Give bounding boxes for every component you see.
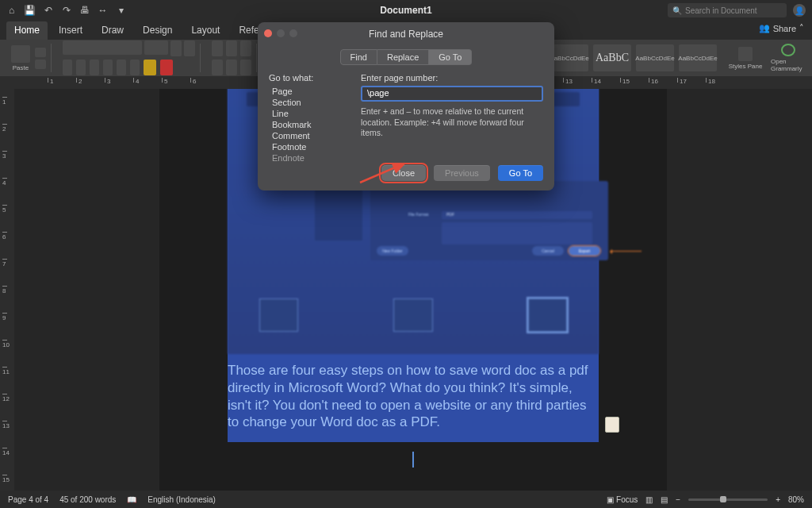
close-button[interactable]: Close bbox=[381, 165, 426, 181]
align-left-button[interactable] bbox=[212, 60, 223, 75]
share-icon: 👥 bbox=[759, 23, 770, 33]
home-icon[interactable]: ⌂ bbox=[6, 6, 17, 16]
paste-button[interactable] bbox=[11, 45, 30, 63]
print-icon[interactable]: 🖶 bbox=[79, 6, 90, 16]
font-family-select[interactable] bbox=[63, 40, 142, 55]
highlight-color-button[interactable] bbox=[144, 60, 156, 75]
save-icon[interactable]: 💾 bbox=[25, 6, 35, 16]
tab-insert[interactable]: Insert bbox=[51, 21, 90, 40]
spellcheck-icon[interactable]: 📖 bbox=[127, 495, 136, 504]
paragraph-group bbox=[207, 44, 257, 72]
goto-item-comment[interactable]: Comment bbox=[269, 130, 348, 141]
shrink-font-button[interactable] bbox=[184, 40, 195, 56]
previous-button: Previous bbox=[434, 165, 490, 181]
goto-item-page[interactable]: Page bbox=[269, 86, 348, 97]
style-heading2[interactable]: AaBbCcDdEe bbox=[636, 44, 674, 71]
status-bar: Page 4 of 4 45 of 200 words 📖 English (I… bbox=[0, 491, 812, 508]
goto-item-bookmark[interactable]: Bookmark bbox=[269, 119, 348, 130]
language-indicator[interactable]: English (Indonesia) bbox=[147, 495, 216, 504]
document-paragraph[interactable]: Those are four easy steps on how to save… bbox=[228, 354, 599, 442]
enter-page-label: Enter page number: bbox=[361, 73, 543, 83]
undo-icon[interactable]: ↶ bbox=[43, 6, 53, 16]
tab-layout[interactable]: Layout bbox=[183, 21, 228, 40]
redo-icon[interactable]: ↷ bbox=[61, 6, 71, 16]
close-window-icon[interactable] bbox=[264, 29, 272, 37]
goto-what-list: Go to what: Page Section Line Bookmark C… bbox=[269, 73, 348, 164]
dialog-footer: Close Previous Go To bbox=[381, 165, 543, 181]
touch-icon[interactable]: ↔ bbox=[98, 6, 108, 16]
web-layout-view-icon[interactable]: ▤ bbox=[661, 495, 668, 504]
document-title: Document1 bbox=[380, 5, 431, 16]
inner-cancel-button: Cancel bbox=[532, 246, 564, 256]
search-input[interactable]: 🔍 Search in Document bbox=[668, 3, 787, 17]
subscript-button[interactable] bbox=[117, 60, 126, 75]
multilevel-button[interactable] bbox=[240, 40, 251, 56]
numbering-button[interactable] bbox=[226, 40, 237, 56]
grammarly-button[interactable]: Open Grammarly bbox=[771, 44, 806, 72]
dialog-tab-replace[interactable]: Replace bbox=[377, 49, 429, 65]
style-title[interactable]: AaBbCcDdEe bbox=[679, 44, 717, 71]
print-layout-view-icon[interactable]: ▥ bbox=[645, 495, 653, 504]
maximize-window-icon[interactable] bbox=[289, 29, 297, 37]
align-right-button[interactable] bbox=[240, 60, 251, 75]
minimize-window-icon[interactable] bbox=[277, 29, 285, 37]
account-icon[interactable]: 👤 bbox=[793, 4, 806, 17]
window-controls bbox=[264, 29, 297, 37]
copy-button[interactable] bbox=[35, 60, 46, 69]
zoom-level[interactable]: 80% bbox=[788, 495, 804, 504]
style-nospacing[interactable]: AaBbCcDdEe bbox=[550, 44, 588, 71]
tab-home[interactable]: Home bbox=[6, 21, 48, 40]
paste-options-icon[interactable] bbox=[605, 417, 619, 433]
tab-design[interactable]: Design bbox=[135, 21, 180, 40]
word-count[interactable]: 45 of 200 words bbox=[59, 495, 116, 504]
goto-item-footnote[interactable]: Footnote bbox=[269, 141, 348, 152]
goto-button[interactable]: Go To bbox=[498, 165, 543, 181]
page-indicator[interactable]: Page 4 of 4 bbox=[8, 495, 48, 504]
zoom-out-icon[interactable]: − bbox=[676, 495, 680, 504]
zoom-in-icon[interactable]: + bbox=[776, 495, 780, 504]
goto-item-section[interactable]: Section bbox=[269, 97, 348, 108]
strikethrough-button[interactable] bbox=[103, 60, 113, 75]
font-color-button[interactable] bbox=[160, 60, 173, 75]
app-window: ⌂ 💾 ↶ ↷ 🖶 ↔ ▾ Document1 🔍 Search in Docu… bbox=[0, 0, 812, 508]
title-bar: ⌂ 💾 ↶ ↷ 🖶 ↔ ▾ Document1 🔍 Search in Docu… bbox=[0, 0, 812, 21]
chevron-up-icon[interactable]: ˄ bbox=[799, 23, 804, 33]
font-size-select[interactable] bbox=[144, 40, 168, 55]
italic-button[interactable] bbox=[76, 60, 86, 75]
search-icon: 🔍 bbox=[672, 6, 682, 15]
grammarly-icon bbox=[781, 44, 795, 56]
goto-hint-text: Enter + and – to move relative to the cu… bbox=[361, 106, 543, 139]
inner-thumb-selected bbox=[528, 298, 567, 332]
quick-access-toolbar: ⌂ 💾 ↶ ↷ 🖶 ↔ ▾ bbox=[6, 6, 126, 16]
zoom-slider[interactable] bbox=[688, 498, 768, 501]
dialog-title: Find and Replace bbox=[258, 22, 554, 44]
caret-down-icon[interactable]: ▾ bbox=[116, 6, 126, 16]
align-center-button[interactable] bbox=[226, 60, 237, 75]
inner-new-folder-button: New Folder bbox=[377, 246, 408, 256]
style-heading1[interactable]: AaBbC bbox=[593, 44, 631, 71]
font-group bbox=[58, 44, 201, 72]
cut-button[interactable] bbox=[35, 48, 46, 57]
share-button[interactable]: 👥 Share ˄ bbox=[759, 23, 804, 33]
styles-pane-icon bbox=[738, 47, 753, 61]
dialog-tab-goto[interactable]: Go To bbox=[429, 49, 472, 65]
clipboard-group: Paste bbox=[6, 44, 52, 72]
inner-thumb bbox=[393, 298, 432, 332]
focus-mode-button[interactable]: ▣ Focus bbox=[607, 495, 638, 504]
inner-export-button: Export bbox=[569, 246, 600, 256]
dialog-tabs: Find Replace Go To bbox=[258, 49, 554, 65]
bullets-button[interactable] bbox=[212, 40, 223, 56]
vertical-ruler[interactable]: 1 2 3 4 5 6 7 8 9 10 11 12 13 14 15 bbox=[0, 89, 14, 491]
goto-item-endnote[interactable]: Endnote bbox=[269, 152, 348, 164]
underline-button[interactable] bbox=[90, 60, 99, 75]
text-cursor bbox=[412, 452, 414, 468]
goto-item-line[interactable]: Line bbox=[269, 108, 348, 119]
page-number-input[interactable]: \page bbox=[361, 86, 543, 102]
bold-button[interactable] bbox=[63, 60, 72, 75]
styles-pane-button[interactable]: Styles Pane bbox=[728, 44, 763, 72]
dialog-tab-find[interactable]: Find bbox=[340, 49, 377, 65]
tab-draw[interactable]: Draw bbox=[94, 21, 132, 40]
superscript-button[interactable] bbox=[130, 60, 140, 75]
inner-thumb bbox=[259, 298, 298, 332]
grow-font-button[interactable] bbox=[170, 40, 182, 56]
